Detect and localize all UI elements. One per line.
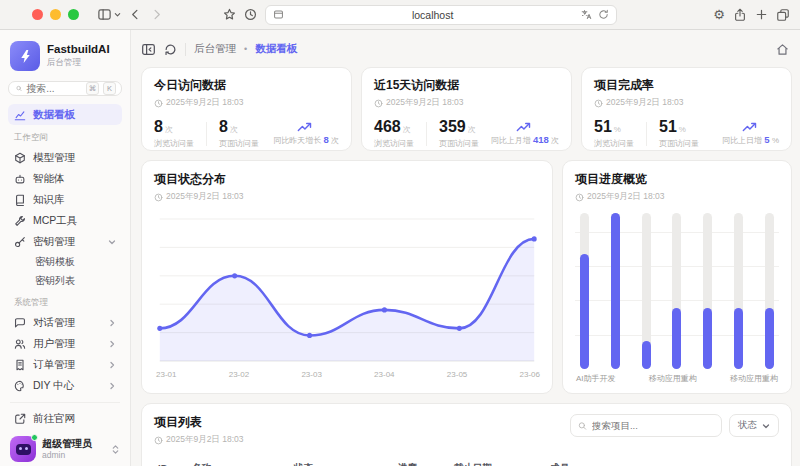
sidebar-item-users[interactable]: 用户管理 bbox=[8, 333, 122, 354]
sidebar-item-website[interactable]: 前往官网 bbox=[8, 408, 122, 429]
sidebar-item-label: 对话管理 bbox=[33, 316, 75, 330]
metric-label: 浏览访问量 bbox=[374, 138, 414, 149]
sidebar-item-key-template[interactable]: 密钥模板 bbox=[8, 252, 122, 271]
user-role: admin bbox=[42, 450, 92, 460]
sidebar-item-diy[interactable]: DIY 中心 bbox=[8, 375, 122, 396]
sidebar-item-label: 知识库 bbox=[33, 193, 65, 207]
project-search-input[interactable] bbox=[592, 420, 714, 431]
share-icon[interactable] bbox=[733, 8, 747, 22]
x-tick: 23-06 bbox=[520, 370, 540, 379]
minimize-window-button[interactable] bbox=[50, 9, 61, 20]
line-plot-area[interactable] bbox=[154, 209, 540, 369]
table-header-row: ID 名称 状态 进度 截止日期 成员 bbox=[154, 462, 779, 466]
home-button[interactable] bbox=[773, 40, 792, 59]
sidebar-item-model[interactable]: 模型管理 bbox=[8, 147, 122, 168]
col-members: 成员 bbox=[550, 462, 775, 466]
bar-fill bbox=[642, 341, 651, 369]
address-bar[interactable]: localhost bbox=[265, 5, 617, 25]
x-tick: 23-02 bbox=[229, 370, 249, 379]
search-icon bbox=[16, 83, 22, 94]
metric-label: 浏览访问量 bbox=[594, 138, 634, 149]
sidebar-search-input[interactable] bbox=[26, 83, 82, 94]
tab-overview-icon[interactable] bbox=[776, 8, 790, 22]
breadcrumb-current[interactable]: 数据看板 bbox=[255, 42, 297, 56]
card-title: 近15天访问数据 bbox=[374, 77, 559, 94]
close-window-button[interactable] bbox=[32, 9, 43, 20]
app-logo: FastbuildAI 后台管理 bbox=[10, 41, 120, 71]
trend-text: 同比上日增 bbox=[722, 136, 762, 145]
reload-icon[interactable] bbox=[598, 9, 609, 20]
user-name: 超级管理员 bbox=[42, 438, 92, 450]
bar-plot-area[interactable] bbox=[575, 213, 779, 369]
line-x-axis-labels: 23-01 23-02 23-03 23-04 23-05 23-06 bbox=[154, 370, 540, 379]
x-tick: 移动应用重构 bbox=[649, 373, 697, 384]
sidebar-item-mcp[interactable]: MCP工具 bbox=[8, 210, 122, 231]
sidebar-divider bbox=[10, 402, 120, 403]
project-search[interactable] bbox=[570, 414, 722, 437]
sidebar-item-keys[interactable]: 密钥管理 bbox=[8, 231, 122, 252]
forward-button[interactable] bbox=[150, 8, 163, 21]
trend-value: 5 bbox=[764, 134, 769, 145]
new-tab-icon[interactable] bbox=[755, 8, 768, 21]
metric-value: 51 bbox=[594, 118, 612, 135]
maximize-window-button[interactable] bbox=[68, 9, 79, 20]
back-button[interactable] bbox=[129, 8, 142, 21]
trend-unit: % bbox=[772, 136, 779, 145]
main-header: 后台管理 • 数据看板 bbox=[141, 38, 792, 60]
col-status: 状态 bbox=[294, 462, 398, 466]
palette-icon bbox=[14, 380, 26, 392]
progress-bar-chart: 项目进度概览 2025年9月2日 18:03 AI助手开发 移动应用重构 移动应… bbox=[562, 160, 792, 394]
stat-card-completion-rate: 项目完成率 2025年9月2日 18:03 51%浏览访问量 51%页面访问量 … bbox=[581, 67, 792, 151]
trend-block: 同比昨天增长 8 次 bbox=[273, 121, 339, 146]
card-title: 项目完成率 bbox=[594, 77, 779, 94]
section-system: 系统管理 bbox=[14, 297, 116, 309]
header-divider bbox=[185, 43, 186, 56]
clock-icon bbox=[575, 193, 584, 202]
metric-divider bbox=[426, 122, 427, 146]
table-date-text: 2025年9月2日 18:03 bbox=[166, 434, 244, 446]
bookmark-icon[interactable] bbox=[223, 8, 236, 21]
metric-unit: 次 bbox=[230, 125, 238, 134]
sidebar-nav: 数据看板 工作空间 模型管理 智能体 知识库 MCP工具 密钥管理 bbox=[8, 104, 122, 464]
online-status-dot bbox=[31, 434, 38, 441]
sidebar-item-chat[interactable]: 对话管理 bbox=[8, 312, 122, 333]
filter-label: 状态 bbox=[738, 419, 757, 432]
chat-icon bbox=[14, 317, 26, 329]
external-link-icon bbox=[14, 413, 26, 425]
sidebar-item-agent[interactable]: 智能体 bbox=[8, 168, 122, 189]
trend-up-icon bbox=[742, 121, 760, 132]
wrench-icon bbox=[14, 215, 26, 227]
status-filter-dropdown[interactable]: 状态 bbox=[729, 414, 779, 437]
clock-icon bbox=[374, 99, 383, 108]
status-line-chart: 项目状态分布 2025年9月2日 18:03 23-01 23-02 23-03… bbox=[141, 160, 553, 394]
browser-sidebar-toggle[interactable] bbox=[97, 7, 121, 22]
metric-unit: % bbox=[614, 125, 621, 134]
stat-card-today-visits: 今日访问数据 2025年9月2日 18:03 8次浏览访问量 8次页面访问量 同… bbox=[141, 67, 352, 151]
metric-label: 页面访问量 bbox=[219, 138, 259, 149]
bar-fill bbox=[672, 308, 681, 369]
metric-value: 8 bbox=[219, 118, 228, 135]
sidebar-search[interactable]: ⌘ K bbox=[8, 81, 122, 96]
collapse-sidebar-button[interactable] bbox=[141, 42, 156, 57]
users-icon bbox=[14, 338, 26, 350]
history-icon[interactable] bbox=[244, 8, 257, 21]
refresh-button[interactable] bbox=[164, 43, 177, 56]
translate-icon[interactable] bbox=[581, 9, 592, 20]
col-id: ID bbox=[158, 462, 192, 466]
sidebar-item-key-list[interactable]: 密钥列表 bbox=[8, 271, 122, 290]
sidebar-item-knowledge[interactable]: 知识库 bbox=[8, 189, 122, 210]
sidebar-item-dashboard[interactable]: 数据看板 bbox=[8, 104, 122, 125]
user-menu[interactable]: 超级管理员 admin bbox=[8, 434, 122, 464]
x-tick: AI助手开发 bbox=[576, 373, 616, 384]
book-icon bbox=[14, 194, 26, 206]
receipt-icon bbox=[14, 359, 26, 371]
chart-title: 项目状态分布 bbox=[154, 171, 540, 188]
clock-icon bbox=[154, 193, 163, 202]
breadcrumb-root[interactable]: 后台管理 bbox=[194, 42, 236, 56]
clock-icon bbox=[594, 99, 603, 108]
settings-gear-icon[interactable]: ⚙ bbox=[713, 8, 725, 21]
sidebar-item-orders[interactable]: 订单管理 bbox=[8, 354, 122, 375]
robot-icon bbox=[14, 173, 26, 185]
x-tick: 23-05 bbox=[447, 370, 467, 379]
bar-track bbox=[734, 213, 743, 369]
